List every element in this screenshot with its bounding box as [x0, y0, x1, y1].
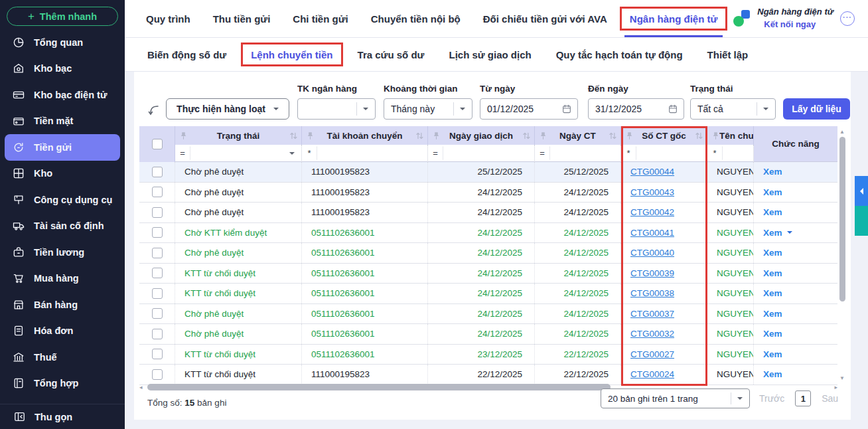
filter-input[interactable] [722, 147, 753, 159]
sort-order-icon[interactable] [147, 104, 161, 120]
sort-icon[interactable] [609, 131, 616, 140]
quick-add-button[interactable]: + Thêm nhanh [7, 7, 118, 26]
select-all-checkbox[interactable] [152, 139, 163, 149]
sidebar-item-salary[interactable]: Tiền lương [0, 239, 125, 266]
select-input[interactable]: Tháng này [384, 98, 472, 120]
sort-icon[interactable] [522, 131, 530, 140]
row-checkbox[interactable] [152, 167, 163, 177]
date-input[interactable]: 01/12/2025 [480, 98, 578, 120]
doc-no-link[interactable]: CTG00042 [630, 207, 674, 217]
table-row[interactable]: Chờ KTT kiểm duyệt051110263600124/12/202… [139, 223, 837, 244]
doc-no-link[interactable]: CTG00037 [630, 309, 674, 319]
vertical-scrollbar[interactable]: ▲ ▼ [839, 129, 847, 381]
top-nav-tab[interactable]: Quy trình [146, 0, 190, 37]
column-filter-doc_date[interactable]: = [535, 145, 621, 162]
doc-no-link[interactable]: CTG00041 [630, 228, 674, 238]
scroll-down-icon[interactable]: ▼ [839, 375, 845, 381]
sidebar-item-sales[interactable]: Bán hàng [0, 292, 125, 318]
row-checkbox[interactable] [152, 369, 163, 380]
doc-no-link[interactable]: CTG00040 [630, 248, 674, 258]
sidebar-item-e-treasury[interactable]: Kho bạc điện tử [0, 82, 125, 108]
sidebar-item-tax[interactable]: Thuế [0, 344, 125, 371]
sub-nav-tab[interactable]: Lịch sử giao dịch [449, 38, 531, 71]
sort-icon[interactable] [289, 131, 297, 140]
column-filter-trans_date[interactable]: = [428, 145, 535, 162]
row-checkbox[interactable] [152, 207, 163, 218]
filter-operator[interactable]: * [621, 148, 636, 158]
table-row[interactable]: KTT từ chối duyệt051110263600124/12/2025… [139, 264, 837, 284]
side-panel-handle-blue[interactable] [855, 176, 868, 206]
side-panel-handle-teal[interactable] [855, 206, 868, 236]
doc-no-link[interactable]: CTG00024 [630, 369, 674, 379]
filter-operator[interactable]: * [302, 148, 317, 158]
filter-input[interactable] [549, 147, 620, 159]
top-nav-tab[interactable]: Chuyển tiền nội bộ [371, 0, 461, 37]
row-checkbox[interactable] [152, 308, 163, 319]
filter-input[interactable] [190, 147, 283, 159]
select-input[interactable] [297, 98, 376, 120]
sidebar-item-warehouse[interactable]: Kho [0, 161, 125, 187]
filter-operator[interactable]: = [175, 148, 190, 158]
doc-no-link[interactable]: CTG00032 [630, 329, 674, 339]
sub-nav-tab[interactable]: Quy tắc hạch toán tự động [556, 38, 683, 71]
doc-no-link[interactable]: CTG00044 [630, 167, 674, 177]
view-link[interactable]: Xem [763, 349, 782, 359]
view-link[interactable]: Xem [763, 309, 782, 319]
doc-no-link[interactable]: CTG00043 [630, 187, 674, 197]
row-checkbox[interactable] [152, 349, 163, 359]
table-row[interactable]: Chờ phê duyệt051110263600124/12/202524/1… [139, 324, 837, 345]
sub-nav-tab[interactable]: Thiết lập [707, 38, 749, 71]
filter-input[interactable] [443, 147, 534, 159]
sidebar-item-ledger[interactable]: Tổng hợp [0, 371, 125, 397]
sub-nav-tab[interactable]: Lệnh chuyển tiền [251, 38, 332, 71]
table-row[interactable]: KTT từ chối duyệt051110263600124/12/2025… [139, 284, 837, 304]
row-checkbox[interactable] [152, 227, 163, 238]
filter-input[interactable] [317, 147, 427, 159]
sort-icon[interactable] [695, 131, 703, 140]
table-row[interactable]: Chờ phê duyệt11100019582324/12/202524/12… [139, 203, 837, 223]
row-checkbox[interactable] [152, 329, 163, 339]
doc-no-link[interactable]: CTG00038 [630, 288, 674, 298]
view-link[interactable]: Xem [763, 369, 782, 379]
doc-no-link[interactable]: CTG00027 [630, 349, 674, 359]
filter-input[interactable] [636, 147, 707, 159]
sub-nav-tab[interactable]: Biến động số dư [147, 38, 226, 71]
sidebar-item-deposit[interactable]: Tiền gửi [5, 134, 120, 161]
select-input[interactable]: Tất cả [690, 98, 776, 120]
horizontal-scroll-thumb[interactable] [147, 384, 611, 390]
sub-nav-tab[interactable]: Tra cứu số dư [358, 38, 425, 71]
view-link[interactable]: Xem [763, 288, 782, 298]
scroll-left-icon[interactable]: ◂ [139, 384, 143, 390]
row-checkbox[interactable] [152, 248, 163, 258]
connect-now-link[interactable]: Kết nối ngay [764, 19, 816, 31]
table-row[interactable]: KTT từ chối duyệt11100019582322/12/20252… [139, 365, 837, 385]
row-checkbox[interactable] [152, 288, 163, 299]
current-page-button[interactable]: 1 [795, 390, 811, 406]
sidebar-item-purchase[interactable]: Mua hàng [0, 266, 125, 292]
next-page-button[interactable]: Sau [822, 393, 838, 404]
doc-no-link[interactable]: CTG00039 [630, 268, 674, 278]
fetch-data-button[interactable]: Lấy dữ liệu [783, 98, 850, 120]
more-options-icon[interactable]: ··· [840, 11, 855, 26]
sort-icon[interactable] [415, 131, 423, 140]
view-link[interactable]: Xem [763, 329, 782, 339]
date-input[interactable]: 31/12/2025 [588, 98, 684, 120]
sidebar-item-treasury[interactable]: Kho bạc [0, 56, 125, 82]
vertical-scroll-thumb[interactable] [839, 137, 845, 301]
table-row[interactable]: Chờ phê duyệt11100019582324/12/202524/12… [139, 183, 837, 203]
page-size-dropdown[interactable]: 20 bản ghi trên 1 trang [601, 388, 750, 408]
filter-operator[interactable]: = [535, 148, 549, 158]
sidebar-item-fixed-asset[interactable]: Tài sản cố định [0, 213, 125, 240]
top-nav-tab[interactable]: Ngân hàng điện tử [630, 0, 718, 37]
view-link[interactable]: Xem [763, 167, 782, 177]
view-link[interactable]: Xem [763, 207, 782, 217]
prev-page-button[interactable]: Trước [759, 393, 784, 404]
column-filter-doc_no[interactable]: * [621, 145, 707, 162]
table-row[interactable]: KTT từ chối duyệt051110263600123/12/2025… [139, 345, 837, 365]
column-filter-account[interactable]: * [302, 145, 428, 162]
view-link[interactable]: Xem [763, 187, 782, 197]
column-filter-payee[interactable]: * [707, 145, 754, 162]
sidebar-item-overview[interactable]: Tổng quan [0, 29, 125, 56]
batch-action-dropdown[interactable]: Thực hiện hàng loạt [166, 98, 289, 120]
sidebar-item-cash[interactable]: Tiền mặt [0, 108, 125, 135]
